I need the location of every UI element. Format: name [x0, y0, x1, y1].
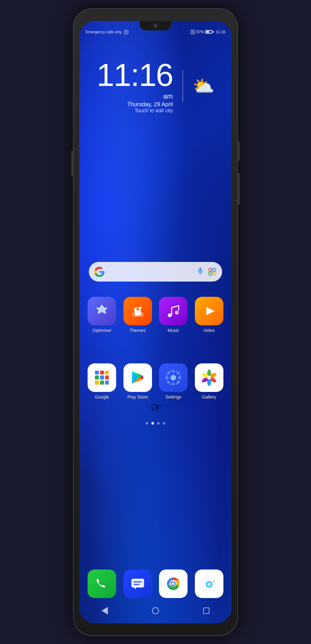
notch — [140, 21, 171, 30]
app-item-gallery[interactable]: Gallery — [193, 363, 226, 400]
svg-point-16 — [171, 375, 176, 380]
status-right: N 57% 11:16 — [191, 30, 225, 34]
app-icon-video — [195, 297, 223, 325]
app-label-video: Video — [203, 328, 215, 333]
time-display: 11:16 — [216, 30, 225, 34]
clock-am: am — [96, 92, 173, 101]
app-icon-music — [159, 297, 188, 325]
dock-item-camera[interactable] — [193, 569, 226, 598]
side-button-right-mid[interactable] — [238, 173, 240, 205]
nav-back-button[interactable] — [98, 604, 111, 617]
nav-home-button[interactable] — [149, 604, 162, 617]
app-icon-playstore — [123, 363, 152, 392]
svg-point-5 — [209, 272, 212, 275]
app-icon-messages — [123, 569, 152, 598]
dock — [86, 569, 225, 598]
svg-point-6 — [213, 272, 216, 275]
app-icon-optimiser — [88, 297, 116, 325]
svg-point-4 — [213, 268, 216, 271]
status-left: Emergency calls only N — [86, 30, 128, 34]
lens-icon[interactable] — [207, 267, 217, 277]
app-label-music: Music — [168, 328, 179, 333]
google-logo — [94, 266, 105, 277]
notch-camera — [154, 24, 157, 28]
dock-item-messages[interactable] — [122, 569, 154, 598]
svg-point-10 — [136, 308, 139, 310]
app-grid-row1: Optimiser Themes — [86, 297, 225, 333]
dock-item-chrome[interactable] — [157, 569, 190, 598]
app-label-themes: Themes — [129, 328, 146, 333]
home-circle-icon — [152, 607, 159, 614]
app-item-music[interactable]: Music — [157, 297, 190, 333]
search-bar[interactable] — [89, 262, 222, 282]
app-icon-chrome — [159, 569, 188, 598]
app-label-playstore: Play Store — [127, 394, 148, 400]
svg-rect-0 — [199, 268, 201, 271]
app-item-themes[interactable]: Themes — [122, 297, 154, 333]
app-item-settings[interactable]: Settings — [157, 363, 190, 400]
app-item-optimiser[interactable]: Optimiser — [86, 297, 118, 333]
app-icon-gallery — [195, 363, 223, 392]
dot-1 — [146, 422, 148, 425]
battery-icon — [205, 30, 214, 34]
clock-time: 11:16 — [96, 59, 173, 91]
svg-point-3 — [209, 268, 212, 271]
app-icon-google — [88, 363, 116, 392]
app-item-video[interactable]: Video — [193, 297, 226, 333]
app-icon-camera — [195, 569, 223, 598]
clock-area: 11:16 am Thursday, 29 April Touch to add… — [79, 59, 232, 114]
phone-outer: Emergency calls only N N 57% 11:16 11:16… — [73, 8, 238, 636]
svg-marker-11 — [206, 307, 215, 315]
clock-divider — [182, 70, 183, 102]
app-label-google: Google — [95, 394, 109, 400]
nav-bar — [79, 601, 232, 620]
dot-4 — [163, 422, 165, 425]
side-button-left[interactable] — [71, 151, 73, 176]
battery-percent: 57% — [196, 30, 204, 34]
cursor-hand: ☞ — [151, 400, 162, 414]
app-icon-settings — [159, 363, 188, 392]
nfc-icon: N — [124, 30, 128, 34]
dock-item-phone[interactable] — [86, 569, 118, 598]
weather-icon[interactable]: ⛅ — [193, 77, 215, 95]
svg-point-43 — [213, 581, 214, 582]
app-icon-themes — [123, 297, 152, 325]
recent-square-icon — [203, 608, 209, 614]
app-label-gallery: Gallery — [202, 394, 216, 400]
phone-screen: Emergency calls only N N 57% 11:16 11:16… — [79, 21, 232, 623]
app-label-settings: Settings — [165, 394, 182, 400]
clock-city[interactable]: Touch to add city — [96, 108, 173, 114]
mic-icon[interactable] — [196, 267, 204, 276]
back-triangle-icon — [102, 607, 108, 615]
svg-point-32 — [207, 376, 211, 380]
side-button-right-top[interactable] — [238, 141, 240, 160]
clock-date: Thursday, 29 April — [96, 101, 173, 108]
dot-2[interactable] — [151, 422, 154, 425]
svg-rect-33 — [131, 579, 144, 588]
page-dots — [79, 422, 232, 425]
clock-time-block: 11:16 am Thursday, 29 April Touch to add… — [96, 59, 173, 114]
app-grid-row2: Google — [86, 363, 225, 400]
nav-recent-button[interactable] — [200, 604, 213, 617]
svg-point-40 — [172, 582, 175, 585]
app-label-optimiser: Optimiser — [92, 328, 111, 333]
emergency-text: Emergency calls only — [86, 30, 122, 34]
app-item-google[interactable]: Google — [86, 363, 118, 400]
app-item-playstore[interactable]: Play Store — [122, 363, 154, 400]
app-icon-phone — [88, 569, 116, 598]
dot-3 — [157, 422, 160, 425]
nfc-indicator: N — [191, 30, 195, 34]
